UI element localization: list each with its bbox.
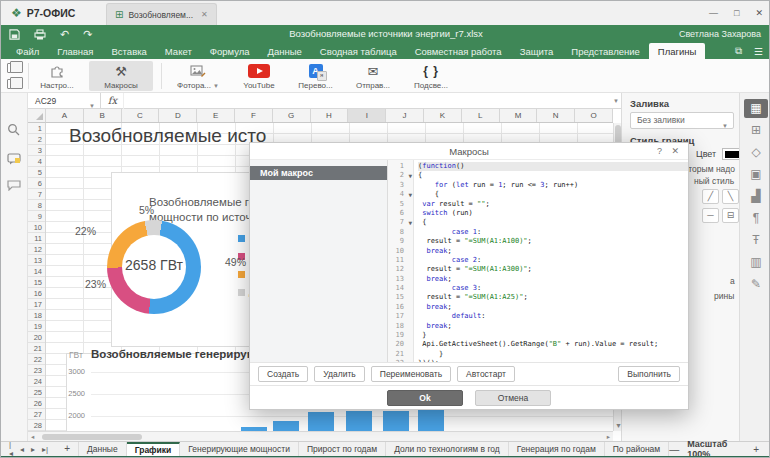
photo-editor-button[interactable]: Фотора...▼ [167,61,229,91]
row-header-18[interactable]: 18 [28,310,45,321]
row-header-28[interactable]: 28 [28,420,45,431]
expand-formula-bar-icon[interactable]: ▼ [613,98,619,104]
column-header-C[interactable]: C [122,109,160,122]
textart-settings-icon[interactable]: Ŧ [744,231,768,250]
column-header-K[interactable]: K [424,109,462,122]
app-logo-tab[interactable]: ❖ Р7-ОФИС [11,1,75,25]
code-editor[interactable]: 12▼34▼567▼8910111213141516171819202122 (… [388,160,688,362]
hamburger-menu-icon[interactable]: ☰ [754,46,763,57]
create-button[interactable]: Создать [258,366,308,382]
row-header-11[interactable]: 11 [28,233,45,244]
menu-tab-Данные[interactable]: Данные [259,43,311,59]
fill-dropdown[interactable]: Без заливки▼ [630,112,734,129]
shape-settings-icon[interactable]: ◇ [744,143,768,162]
last-sheet-icon[interactable]: ▸| [42,445,48,454]
column-header-I[interactable]: I [348,109,386,122]
border-inner-button[interactable]: ⊟ [722,208,739,223]
row-header-27[interactable]: 27 [28,409,45,420]
previous-sheet-icon[interactable]: ◂ [20,445,24,454]
translator-button[interactable]: AПерево... [289,61,342,91]
comments-icon[interactable] [7,153,21,165]
zoom-in-button[interactable]: + [753,444,759,455]
menu-tab-Защита[interactable]: Защита [511,43,563,59]
sheet-tab-По районам[interactable]: По районам [605,442,669,456]
open-location-icon[interactable]: ⧉ [735,45,742,57]
row-header-12[interactable]: 12 [28,244,45,255]
row-header-24[interactable]: 24 [28,376,45,387]
column-header-M[interactable]: M [500,109,538,122]
fold-arrow-icon[interactable]: ▼ [408,218,412,227]
horizontal-scrollbar[interactable]: ◂ ▸ [28,431,613,441]
add-sheet-button[interactable]: + [56,442,78,456]
menu-tab-Макет[interactable]: Макет [156,43,201,59]
row-header-23[interactable]: 23 [28,365,45,376]
row-header-21[interactable]: 21 [28,343,45,354]
menu-tab-Совместная работа[interactable]: Совместная работа [406,43,511,59]
slicer-settings-icon[interactable]: ▥ [744,253,768,272]
menu-tab-Файл[interactable]: Файл [7,43,48,59]
maximize-button[interactable]: □ [734,8,739,18]
column-header-J[interactable]: J [386,109,424,122]
signature-settings-icon[interactable]: ✎ [744,275,768,294]
ok-button[interactable]: Ok [387,390,463,406]
fold-arrow-icon[interactable]: ▼ [408,190,412,199]
scroll-left-arrow-icon[interactable]: ◂ [31,433,34,441]
row-header-19[interactable]: 19 [28,321,45,332]
cancel-button[interactable]: Отмена [475,390,551,406]
sheet-tab-Генерирующие мощности[interactable]: Генерирующие мощности [180,442,299,456]
column-header-D[interactable]: D [159,109,197,122]
image-settings-icon[interactable]: ▣ [744,165,768,184]
zoom-out-button[interactable]: — [669,444,679,455]
row-header-7[interactable]: 7 [28,189,45,200]
column-header-A[interactable]: A [46,109,84,122]
menu-tab-Формула[interactable]: Формула [201,43,259,59]
autostart-button[interactable]: Автостарт [457,366,515,382]
fold-arrow-icon[interactable]: ▼ [408,171,412,180]
row-header-8[interactable]: 8 [28,200,45,211]
paste-icon[interactable] [7,79,18,89]
close-icon[interactable]: ✕ [671,146,679,156]
send-mail-button[interactable]: ✉Отправ... [346,61,400,91]
settings-button[interactable]: Настро... [31,61,83,91]
row-header-1[interactable]: 1 [28,123,45,134]
chart-settings-icon[interactable]: ▟ [744,187,768,206]
close-tab-icon[interactable]: ✕ [201,10,208,19]
scroll-right-arrow-icon[interactable]: ▸ [607,433,610,441]
rename-button[interactable]: Переименовать [371,366,451,382]
row-header-20[interactable]: 20 [28,332,45,343]
column-header-B[interactable]: B [84,109,122,122]
code-highlight-button[interactable]: { }Подсве... [404,61,458,91]
youtube-button[interactable]: YouTube [233,61,285,91]
row-header-13[interactable]: 13 [28,255,45,266]
menu-tab-Представление[interactable]: Представление [562,43,649,59]
run-button[interactable]: Выполнить [618,366,680,382]
row-header-16[interactable]: 16 [28,288,45,299]
minimize-button[interactable]: — [709,8,718,18]
column-header-N[interactable]: N [537,109,575,122]
horizontal-scrollbar-thumb[interactable] [42,434,142,440]
sheet-tab-Графики[interactable]: Графики [127,442,181,456]
row-header-22[interactable]: 22 [28,354,45,365]
close-button[interactable]: ✕ [755,8,763,18]
menu-tab-Главная[interactable]: Главная [48,43,102,59]
column-header-O[interactable]: O [575,109,613,122]
sheet-tab-Прирост по годам[interactable]: Прирост по годам [299,442,386,456]
border-diagonal-up-button[interactable]: ╱ [702,189,719,204]
formula-input[interactable] [125,93,611,109]
row-header-5[interactable]: 5 [28,167,45,178]
column-header-F[interactable]: F [235,109,273,122]
table-settings-icon[interactable]: ⊞ [744,121,768,140]
name-box[interactable]: AC29▼ [29,93,101,109]
sheet-tab-Генерация по годам[interactable]: Генерация по годам [509,442,605,456]
copy-icon[interactable] [7,63,18,73]
border-diagonal-down-button[interactable]: ╲ [722,189,739,204]
row-header-14[interactable]: 14 [28,266,45,277]
search-icon[interactable] [7,123,20,136]
insert-function-button[interactable]: fx [102,93,124,109]
column-header-L[interactable]: L [462,109,500,122]
delete-button[interactable]: Удалить [314,366,364,382]
paragraph-settings-icon[interactable]: ¶ [744,209,768,228]
row-header-6[interactable]: 6 [28,178,45,189]
macro-list-item[interactable]: Мой макрос [250,166,387,180]
column-header-H[interactable]: H [311,109,349,122]
